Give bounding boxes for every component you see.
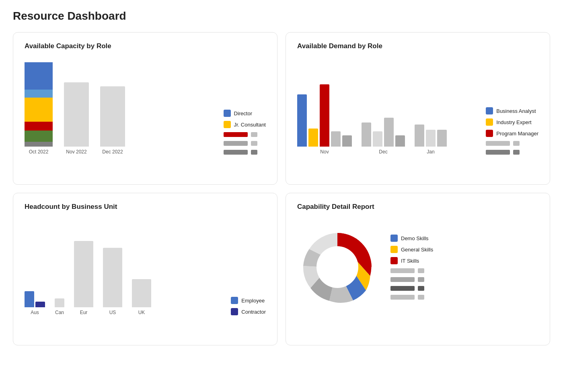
hc-bar-aus: Aus — [25, 291, 45, 315]
contractor-color — [231, 308, 238, 315]
capacity-label-dec: Dec 2022 — [102, 149, 123, 155]
hc-label-us: US — [109, 310, 116, 315]
demand-label-jan: Jan — [427, 149, 434, 155]
ie-label: Industry Expert — [496, 119, 531, 125]
hc-label-can: Can — [55, 310, 64, 315]
capability-chart-title: Capability Detail Report — [297, 203, 538, 211]
demand-label-dec: Dec — [379, 149, 387, 155]
demand-legend-gray1 — [486, 141, 538, 146]
hc-label-eur: Eur — [80, 310, 88, 315]
cap-gray1-swatch — [418, 268, 424, 273]
demand-legend-gray2 — [486, 150, 538, 155]
general-skills-color — [390, 246, 398, 253]
capacity-label-oct: Oct 2022 — [29, 149, 49, 155]
headcount-card: Headcount by Business Unit Aus Can — [13, 193, 277, 345]
capacity-legend-red — [224, 132, 266, 137]
demand-bar-jan: Jan — [415, 125, 447, 155]
demand-gray1-swatch — [513, 141, 520, 146]
pm-color — [486, 130, 493, 137]
demand-legend-ie: Industry Expert — [486, 118, 538, 126]
donut-svg — [297, 227, 378, 307]
hc-bar-can: Can — [55, 298, 64, 315]
ba-label: Business Analyst — [496, 108, 536, 114]
cap-legend-gray3 — [390, 286, 433, 291]
cap-gray3-bar — [390, 286, 415, 291]
cap-legend-gray2 — [390, 277, 433, 282]
employee-color — [231, 297, 238, 304]
ie-color — [486, 118, 493, 126]
cap-legend-it: IT Skills — [390, 257, 433, 264]
demand-gray2-bar — [486, 150, 510, 155]
director-label: Director — [234, 110, 253, 116]
employee-label: Employee — [241, 298, 265, 304]
hc-bar-uk: UK — [132, 279, 151, 315]
demand-gray2-swatch — [513, 150, 520, 155]
red-bar-color — [224, 132, 248, 137]
hc-bar-us: US — [103, 248, 122, 315]
cap-gray2-swatch — [418, 277, 424, 282]
it-skills-label: IT Skills — [401, 258, 419, 264]
demand-bar-nov: Nov — [297, 84, 352, 155]
donut-chart — [297, 227, 378, 307]
general-skills-label: General Skills — [401, 247, 433, 253]
demand-legend-pm: Program Manager — [486, 130, 538, 137]
capacity-legend-gray1 — [224, 141, 266, 146]
capacity-bar-oct: Oct 2022 — [25, 62, 53, 155]
demand-gray1-bar — [486, 141, 510, 146]
gray2-swatch — [251, 150, 257, 155]
hc-label-uk: UK — [138, 310, 145, 315]
capacity-bar-dec: Dec 2022 — [100, 86, 125, 155]
demo-skills-label: Demo Skills — [401, 235, 429, 241]
hc-label-aus: Aus — [31, 310, 39, 315]
ba-color — [486, 107, 493, 114]
red-gray-swatch — [251, 132, 257, 137]
demo-skills-color — [390, 235, 398, 242]
capability-card: Capability Detail Report — [286, 193, 550, 345]
it-skills-color — [390, 257, 398, 264]
gray1-swatch — [251, 141, 257, 146]
capacity-legend-gray2 — [224, 150, 266, 155]
demand-legend-ba: Business Analyst — [486, 107, 538, 114]
pm-label: Program Manager — [496, 131, 538, 137]
demand-card: Available Demand by Role Nov — [286, 32, 550, 185]
hc-legend-employee: Employee — [231, 297, 266, 304]
cap-legend-gray1 — [390, 268, 433, 273]
capacity-bar-nov: Nov 2022 — [64, 82, 89, 155]
capacity-legend-director: Director — [224, 110, 266, 117]
jr-consultant-color — [224, 121, 231, 128]
capacity-label-nov: Nov 2022 — [66, 149, 86, 155]
cap-gray1-bar — [390, 268, 415, 273]
demand-legend: Business Analyst Industry Expert Program… — [486, 103, 538, 155]
hc-legend-contractor: Contractor — [231, 308, 266, 315]
cap-legend-gray4 — [390, 295, 433, 300]
director-color — [224, 110, 231, 117]
hc-bar-eur: Eur — [74, 241, 93, 315]
capability-legend: Demo Skills General Skills IT Skills — [390, 235, 433, 300]
capacity-card: Available Capacity by Role Oct 2022 — [13, 32, 277, 185]
capacity-chart-title: Available Capacity by Role — [25, 42, 266, 50]
cap-legend-general: General Skills — [390, 246, 433, 253]
capacity-legend: Director Jr. Consultant — [224, 106, 266, 155]
demand-bar-dec: Dec — [362, 118, 405, 155]
page-title: Resource Dashboard — [13, 10, 550, 22]
cap-gray3-swatch — [418, 286, 424, 291]
demand-label-nov: Nov — [320, 149, 329, 155]
svg-point-0 — [316, 246, 358, 288]
cap-gray2-bar — [390, 277, 415, 282]
demand-chart-title: Available Demand by Role — [297, 42, 538, 50]
cap-gray4-swatch — [418, 295, 424, 300]
gray2-bar — [224, 150, 248, 155]
jr-consultant-label: Jr. Consultant — [234, 122, 266, 128]
capacity-legend-jr-consultant: Jr. Consultant — [224, 121, 266, 128]
contractor-label: Contractor — [241, 309, 266, 315]
headcount-legend: Employee Contractor — [231, 293, 266, 315]
dashboard-grid: Available Capacity by Role Oct 2022 — [13, 32, 550, 345]
headcount-chart-title: Headcount by Business Unit — [25, 203, 266, 211]
cap-legend-demo: Demo Skills — [390, 235, 433, 242]
gray1-bar — [224, 141, 248, 146]
cap-gray4-bar — [390, 295, 415, 300]
